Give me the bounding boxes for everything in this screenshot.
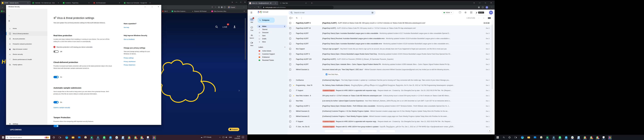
task-view-icon[interactable] bbox=[514, 135, 517, 139]
hidden-icons-chevron[interactable]: ∧ bbox=[220, 136, 220, 138]
mail-row[interactable]: ☆PagerDuty ALERT[PagerDuty Status] Open:… bbox=[288, 62, 492, 67]
row-checkbox[interactable] bbox=[289, 115, 291, 117]
star-icon[interactable]: ☆ bbox=[293, 110, 294, 112]
mail-row[interactable]: ☆New Relic[Live demo] Go further: Upleve… bbox=[288, 98, 492, 103]
label-item[interactable]: Endeavour bbox=[257, 56, 286, 59]
label-item[interactable]: Active tickets bbox=[257, 49, 286, 52]
extension-icon[interactable] bbox=[218, 7, 220, 8]
row-checkbox[interactable] bbox=[289, 105, 291, 107]
puzzle-icon[interactable] bbox=[478, 7, 480, 8]
input-tools-icon[interactable] bbox=[488, 17, 491, 19]
rail-item-spaces[interactable]: Spaces bbox=[248, 34, 256, 39]
minimize-button[interactable]: — bbox=[142, 5, 148, 9]
older-page-icon[interactable]: › bbox=[484, 17, 484, 19]
back-icon[interactable]: ← bbox=[250, 6, 251, 8]
row-checkbox[interactable] bbox=[289, 95, 291, 97]
taskbar-app-whatsapp[interactable] bbox=[102, 135, 106, 139]
bookmarks-overflow-icon[interactable]: » bbox=[244, 10, 245, 12]
row-checkbox[interactable] bbox=[289, 63, 291, 65]
browser-tab[interactable]: ZZixi Broadcaster✕ bbox=[92, 1, 122, 5]
mail-row[interactable]: ☆IT SupportCustomer SupportRequest Id ##… bbox=[288, 119, 492, 124]
submit-sample-link[interactable]: Submit a sample manually bbox=[54, 107, 70, 108]
page-scrollbar[interactable] bbox=[245, 18, 246, 60]
star-icon[interactable]: ☆ bbox=[293, 105, 294, 107]
toggle-on[interactable] bbox=[54, 76, 58, 78]
task-view-icon[interactable] bbox=[58, 135, 62, 139]
mail-row[interactable]: ☆Mikheil Gasoiani (C.[Confluence] Custom… bbox=[288, 109, 492, 114]
taskbar-app-winrar[interactable] bbox=[608, 135, 612, 139]
help-icon[interactable]: ? bbox=[459, 11, 461, 14]
select-all-checkbox[interactable] bbox=[290, 17, 291, 19]
label-item[interactable]: Resolved Tickets bbox=[257, 59, 286, 62]
row-checkbox[interactable] bbox=[289, 84, 291, 86]
list-scrollbar[interactable] bbox=[492, 20, 493, 134]
select-dropdown-icon[interactable]: ▼ bbox=[292, 17, 293, 19]
minimize-button[interactable]: — bbox=[478, 1, 482, 5]
sidebar-item-app-browser-control[interactable]: ▣App & browser control bbox=[6, 47, 48, 51]
window-title-bar[interactable]: Windows Security — □ ✕ bbox=[6, 5, 161, 9]
hamburger-menu-icon[interactable]: ☰ bbox=[250, 11, 252, 14]
search-filter-icon[interactable] bbox=[372, 12, 374, 14]
taskbar-app-edge[interactable] bbox=[65, 135, 68, 139]
taskbar-app-store[interactable] bbox=[84, 135, 87, 139]
row-checkbox[interactable] bbox=[289, 38, 291, 39]
attachment-chip[interactable] bbox=[379, 130, 396, 133]
forward-icon[interactable]: → bbox=[254, 6, 256, 8]
star-icon[interactable]: ☆ bbox=[293, 22, 294, 24]
toggle-on[interactable] bbox=[54, 101, 58, 103]
back-icon[interactable]: ← bbox=[8, 14, 10, 16]
taskbar-app-glass[interactable] bbox=[577, 135, 580, 139]
attachment-chip[interactable] bbox=[361, 130, 377, 133]
taskbar-app-mail-app[interactable] bbox=[533, 135, 537, 139]
toggle-on[interactable] bbox=[54, 125, 58, 127]
taskbar-app-slack[interactable] bbox=[115, 135, 118, 139]
maximize-button[interactable]: □ bbox=[149, 5, 155, 9]
row-checkbox[interactable] bbox=[289, 126, 291, 128]
row-checkbox[interactable] bbox=[289, 121, 291, 122]
minimize-button[interactable]: — bbox=[234, 0, 239, 5]
account-icon[interactable] bbox=[234, 26, 236, 28]
side-panel-icon[interactable] bbox=[482, 7, 484, 8]
nav-item-inbox[interactable]: ▣Inbox1 bbox=[257, 25, 286, 28]
language-indicator[interactable]: ENG bbox=[229, 136, 232, 138]
support-button[interactable]: Support bbox=[228, 128, 239, 131]
star-icon[interactable]: ★ bbox=[293, 84, 294, 86]
close-button[interactable]: ✕ bbox=[489, 1, 493, 5]
weather-widget[interactable]: ☁37°F Cloudy bbox=[201, 136, 211, 138]
taskbar-app-player[interactable]: ▶ bbox=[90, 135, 94, 139]
star-icon[interactable]: ☆ bbox=[293, 43, 294, 45]
menu-kebab-icon[interactable]: ⋮ bbox=[491, 6, 492, 8]
taskbar-app-telegram[interactable] bbox=[109, 135, 112, 139]
browser-tab[interactable]: New Tab✕ bbox=[279, 1, 309, 5]
row-checkbox[interactable] bbox=[289, 90, 291, 91]
reload-icon[interactable]: ↻ bbox=[258, 6, 259, 8]
privacy-dashboard-link[interactable]: Privacy dashboard bbox=[124, 61, 135, 62]
star-icon[interactable]: ☆ bbox=[293, 53, 294, 55]
toggle-off[interactable] bbox=[54, 50, 58, 53]
show-side-panel-icon[interactable]: ❮ bbox=[488, 129, 492, 132]
mail-row[interactable]: ☆PagerDuty ALERT 16[PagerDuty ALERT] - A… bbox=[288, 26, 492, 31]
attachment-chip[interactable] bbox=[342, 130, 359, 133]
taskbar-app-whatsapp[interactable] bbox=[558, 135, 562, 139]
sidebar-item-account-protection[interactable]: Account protection bbox=[6, 36, 48, 41]
taskbar-app-file-explorer[interactable] bbox=[71, 135, 75, 139]
star-icon[interactable]: ★ bbox=[293, 95, 294, 97]
search-icon[interactable] bbox=[502, 135, 506, 139]
mail-row[interactable]: ☆IT, Gior., me, Eto 31Customer SupportRe… bbox=[288, 124, 492, 133]
tab-search-icon[interactable]: ∨ bbox=[230, 0, 234, 5]
taskbar-app-chrome-profile-2[interactable] bbox=[134, 135, 137, 139]
mail-row[interactable]: ☆PagerDuty ALERT 2[PagerDuty Status] Ope… bbox=[288, 103, 492, 109]
scrollbar-thumb[interactable] bbox=[492, 25, 493, 89]
row-checkbox[interactable] bbox=[289, 110, 291, 112]
row-checkbox[interactable] bbox=[289, 32, 291, 34]
mail-row[interactable]: ★Programming .. Keta 78Re: Delivery Stat… bbox=[288, 83, 492, 88]
row-checkbox[interactable] bbox=[289, 69, 291, 71]
star-icon[interactable]: ☆ bbox=[293, 63, 294, 65]
taskbar-app-edge[interactable] bbox=[520, 135, 524, 139]
cloud-protection-toggle[interactable]: On bbox=[54, 76, 62, 78]
row-checkbox[interactable] bbox=[289, 53, 291, 55]
privacy-statement-link[interactable]: Privacy Statement bbox=[124, 64, 135, 66]
rail-item-chat[interactable]: Chat bbox=[248, 26, 256, 31]
start-button[interactable] bbox=[1, 135, 5, 139]
nav-item-sent[interactable]: ▹Sent bbox=[257, 34, 286, 37]
